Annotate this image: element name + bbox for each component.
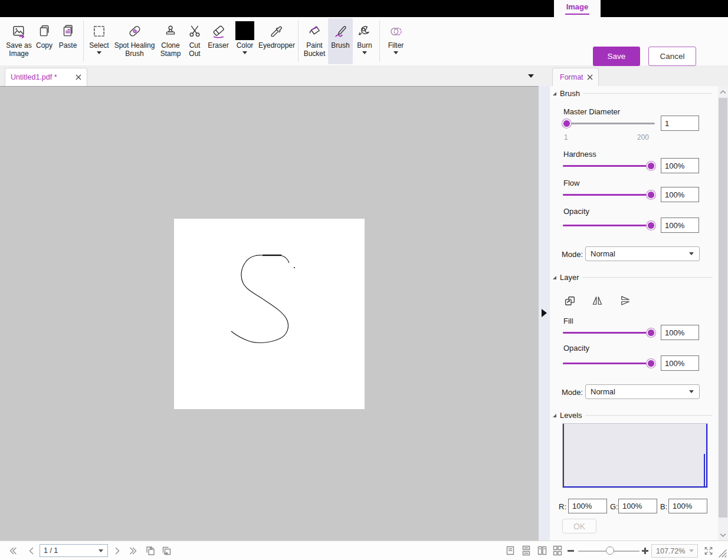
flip-horizontal-button[interactable] xyxy=(589,292,605,309)
document-canvas[interactable] xyxy=(0,86,539,541)
hardness-slider[interactable] xyxy=(563,162,655,170)
slider-thumb[interactable] xyxy=(647,328,655,337)
continuous-icon[interactable] xyxy=(521,545,532,556)
next-view-icon[interactable] xyxy=(161,545,172,556)
document-tab[interactable]: Untitled1.pdf * xyxy=(5,68,87,86)
page-number-combo[interactable]: 1 / 1 xyxy=(40,544,108,557)
flip-vertical-button[interactable] xyxy=(616,292,633,309)
copy-icon xyxy=(37,21,52,41)
flow-slider[interactable] xyxy=(563,190,655,199)
layer-opacity-input[interactable] xyxy=(661,355,699,371)
zoom-in-icon[interactable] xyxy=(644,548,646,554)
fill-input[interactable] xyxy=(661,325,699,340)
format-tab[interactable]: Format xyxy=(552,68,599,86)
clone-stamp-button[interactable]: Clone Stamp xyxy=(157,18,184,64)
single-page-icon[interactable] xyxy=(505,545,516,556)
select-button[interactable]: Select xyxy=(86,18,112,64)
master-diameter-slider[interactable] xyxy=(563,119,655,128)
master-diameter-input[interactable] xyxy=(661,116,699,131)
layer-mode-value: Normal xyxy=(586,387,689,396)
resize-grip-icon[interactable] xyxy=(717,548,728,559)
layer-section-header[interactable]: Layer xyxy=(552,273,712,282)
ok-button[interactable]: OK xyxy=(562,519,596,533)
zoom-out-icon[interactable] xyxy=(568,550,574,552)
document-tab-title: Untitled1.pdf * xyxy=(5,73,72,81)
spot-healing-brush-label: Spot Healing Brush xyxy=(114,41,155,58)
slider-thumb[interactable] xyxy=(647,162,655,170)
next-page-icon[interactable] xyxy=(112,545,122,556)
slider-track[interactable] xyxy=(563,123,655,124)
format-panel: Brush Master Diameter 1 200 Hardness Flo… xyxy=(550,86,718,541)
last-page-icon[interactable] xyxy=(128,545,139,556)
panel-splitter[interactable] xyxy=(539,86,550,541)
eyedropper-button[interactable]: Eyedropper xyxy=(258,18,295,64)
slider-thumb[interactable] xyxy=(647,190,655,199)
previous-view-icon[interactable] xyxy=(145,545,156,556)
zoom-level-combo[interactable]: 107.72% xyxy=(651,544,698,558)
layer-opacity-slider[interactable] xyxy=(563,359,655,368)
brush-section-header[interactable]: Brush xyxy=(552,89,712,98)
fill-slider[interactable] xyxy=(563,328,655,337)
slider-thumb[interactable] xyxy=(647,359,655,368)
green-input[interactable] xyxy=(618,499,657,513)
layer-mode-select[interactable]: Normal xyxy=(585,384,700,399)
tab-list-dropdown-caret[interactable] xyxy=(528,74,534,81)
levels-section-header[interactable]: Levels xyxy=(552,411,712,420)
continuous-facing-icon[interactable] xyxy=(552,545,563,556)
scroll-up-icon[interactable] xyxy=(719,88,727,95)
dropdown-caret-icon xyxy=(242,51,247,57)
paint-bucket-button[interactable]: Paint Bucket xyxy=(301,18,328,64)
scroll-down-icon[interactable] xyxy=(719,531,727,538)
layer-mode-label: Mode: xyxy=(562,388,583,397)
brush-opacity-slider[interactable] xyxy=(563,221,655,230)
zoom-level-value: 107.72% xyxy=(652,547,689,555)
scrollbar-thumb[interactable] xyxy=(719,98,727,518)
brush-mode-select[interactable]: Normal xyxy=(585,246,700,261)
red-input[interactable] xyxy=(568,499,607,513)
burn-button[interactable]: Burn xyxy=(353,18,376,64)
ribbon-tab-image[interactable]: Image xyxy=(554,0,601,17)
close-icon[interactable] xyxy=(72,71,85,84)
cancel-button[interactable]: Cancel xyxy=(648,47,696,66)
blue-input[interactable] xyxy=(668,499,707,513)
ok-button-label: OK xyxy=(573,522,585,531)
close-icon[interactable] xyxy=(583,71,596,84)
color-button[interactable]: Color xyxy=(231,18,258,64)
levels-histogram[interactable] xyxy=(562,423,708,488)
fit-screen-icon[interactable] xyxy=(703,545,714,556)
paste-button[interactable]: Paste xyxy=(55,18,80,64)
first-page-icon[interactable] xyxy=(7,545,18,556)
facing-icon[interactable] xyxy=(537,545,547,556)
panel-scrollbar[interactable] xyxy=(718,86,728,541)
spot-healing-brush-button[interactable]: Spot Healing Brush xyxy=(112,18,157,64)
zoom-slider-thumb[interactable] xyxy=(606,546,614,555)
color-label: Color xyxy=(237,41,254,50)
ribbon-separator xyxy=(83,21,84,62)
eraser-label: Eraser xyxy=(208,41,228,50)
prev-page-icon[interactable] xyxy=(26,545,37,556)
filter-button[interactable]: Filter xyxy=(382,18,409,64)
duplicate-layer-button[interactable] xyxy=(562,292,578,309)
app-window: Image Save as Image xyxy=(0,0,728,560)
copy-button[interactable]: Copy xyxy=(33,18,55,64)
hardness-input[interactable] xyxy=(661,158,699,173)
cut-out-button[interactable]: Cut Out xyxy=(184,18,205,64)
slider-thumb[interactable] xyxy=(562,119,571,128)
save-button[interactable]: Save xyxy=(593,47,640,66)
brush-button[interactable]: Brush xyxy=(328,18,353,64)
section-divider xyxy=(582,277,712,278)
slider-thumb[interactable] xyxy=(647,221,655,230)
brush-opacity-input[interactable] xyxy=(661,218,699,233)
layer-section-title: Layer xyxy=(560,273,579,282)
eraser-button[interactable]: Eraser xyxy=(205,18,231,64)
save-as-image-button[interactable]: Save as Image xyxy=(5,18,33,64)
save-button-label: Save xyxy=(608,52,626,61)
slider-fill xyxy=(563,194,655,196)
eraser-icon xyxy=(211,21,227,41)
image-page[interactable] xyxy=(174,219,365,409)
paint-bucket-label: Paint Bucket xyxy=(304,41,326,58)
copy-label: Copy xyxy=(36,41,53,50)
select-label: Select xyxy=(89,41,109,50)
flow-input[interactable] xyxy=(661,187,699,202)
collapse-section-icon xyxy=(552,91,557,96)
